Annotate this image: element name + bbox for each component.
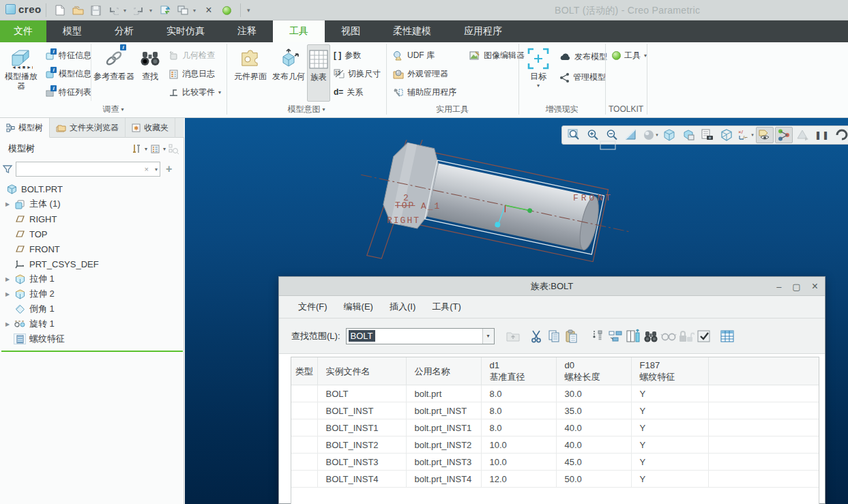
dialog-maximize-button[interactable]: ▢ <box>792 282 800 292</box>
table-row[interactable]: BOLT_INST2 bolt.prt_INST2 10.0 40.0 Y <box>291 436 819 454</box>
tab-analysis[interactable]: 分析 <box>98 20 150 42</box>
tree-settings-dropdown[interactable]: ▾ <box>145 146 147 152</box>
tree-filters-button[interactable] <box>150 144 160 154</box>
feature-list-button[interactable]: i 特征列表 <box>45 85 91 100</box>
model-info-button[interactable]: i 模型信息 <box>45 66 91 81</box>
find-instance-button[interactable] <box>642 327 660 345</box>
dialog-title-bar[interactable]: 族表:BOLT – ▢ × <box>279 277 825 296</box>
tree-item-front-plane[interactable]: FRONT <box>0 241 184 256</box>
shading-style-button[interactable]: ▾ <box>641 127 659 143</box>
display-style-button[interactable] <box>660 127 678 143</box>
manage-models-button[interactable]: 管理模型 <box>559 70 606 85</box>
table-row[interactable]: BOLT_INST4 bolt.prt_INST4 12.0 50.0 Y <box>291 471 819 488</box>
model-player-button[interactable]: ◄◄ ■ ►► 模型播放器 <box>1 44 41 102</box>
dialog-menu-insert[interactable]: 插入(I) <box>383 298 422 316</box>
udf-library-button[interactable]: UDF 库 <box>393 48 435 63</box>
group-label-investigate[interactable]: 调查▾ <box>0 102 226 116</box>
tree-item-top-plane[interactable]: TOP <box>0 226 184 241</box>
tab-tools[interactable]: 工具 <box>273 20 325 42</box>
filter-dropdown[interactable]: ▾ <box>155 166 158 173</box>
ar-target-button[interactable]: 目标 ▾ <box>521 44 555 102</box>
dialog-minimize-button[interactable]: – <box>776 282 781 292</box>
feature-info-button[interactable]: i 特征信息 <box>45 48 91 63</box>
datum-display-button[interactable]: ×//⌐▾ <box>737 127 755 143</box>
display-graph-button[interactable] <box>775 127 793 143</box>
tab-applications[interactable]: 应用程序 <box>448 20 518 42</box>
redo-dropdown[interactable]: ▾ <box>149 8 155 14</box>
customize-quickbar-dropdown[interactable]: ▾ <box>247 7 252 14</box>
publish-model-button[interactable]: 发布模型 <box>559 49 607 64</box>
table-row[interactable]: BOLT_INST1 bolt.prt_INST1 8.0 40.0 Y <box>291 419 819 436</box>
dialog-close-button[interactable]: × <box>812 280 818 293</box>
switch-dimensions-button[interactable]: 15 切换尺寸 <box>334 66 381 81</box>
cut-button[interactable] <box>527 327 545 345</box>
relations-button[interactable]: d= 关系 <box>334 85 363 100</box>
filter-add-button[interactable]: + <box>166 163 172 175</box>
group-label-model-intent[interactable]: 模型意图▾ <box>226 102 386 116</box>
save-button[interactable] <box>88 3 103 18</box>
filter-funnel-icon[interactable] <box>3 164 13 174</box>
tab-model-tree[interactable]: 模型树 <box>0 118 50 138</box>
table-display-button[interactable] <box>718 327 736 345</box>
tree-item-right-plane[interactable]: RIGHT <box>0 211 184 226</box>
component-interface-button[interactable]: 元件界面 <box>231 44 270 102</box>
perspective-button[interactable] <box>718 127 735 143</box>
reference-viewer-button[interactable]: i 参考查看器 <box>93 44 134 102</box>
image-editor-button[interactable]: 图像编辑器 <box>469 48 525 63</box>
tree-settings-button[interactable] <box>132 144 142 154</box>
new-file-button[interactable] <box>53 3 68 18</box>
dialog-menu-file[interactable]: 文件(F) <box>291 298 334 316</box>
open-file-button[interactable] <box>70 3 85 18</box>
toolkit-tools-button[interactable]: 工具 ▾ <box>612 48 647 63</box>
tab-model[interactable]: 模型 <box>46 20 98 42</box>
tree-item-chamfer-1[interactable]: 倒角 1 <box>0 301 184 316</box>
table-row[interactable]: BOLT bolt.prt 8.0 30.0 Y <box>291 385 819 402</box>
redo-button[interactable] <box>132 3 147 18</box>
tab-favorites[interactable]: ✱ 收藏夹 <box>126 118 175 138</box>
appearance-manager-button[interactable]: 外观管理器 <box>393 66 448 81</box>
close-window-button[interactable]: × <box>201 3 216 18</box>
message-log-button[interactable]: 消息日志 <box>169 66 215 81</box>
family-table[interactable]: 类型 实例文件名 公用名称 d1基准直径 d0螺栓长度 F187螺纹特征 BOL… <box>291 357 819 488</box>
annotation-display-button[interactable] <box>756 127 774 143</box>
regenerate-button[interactable] <box>158 3 173 18</box>
auxiliary-applications-button[interactable]: 辅助应用程序 <box>393 85 456 100</box>
tree-item-thread-feature[interactable]: 螺纹特征 <box>0 331 184 346</box>
tab-folder-browser[interactable]: 文件夹浏览器 <box>50 118 126 138</box>
tree-item-revolve-1[interactable]: ▶ 旋转 1 <box>0 316 184 331</box>
insert-row-pattern-button[interactable] <box>606 327 624 345</box>
family-table-button[interactable]: 族表 <box>307 44 330 102</box>
spin-center-button[interactable] <box>832 127 848 143</box>
find-scope-combobox[interactable]: BOLT ▾ <box>346 328 495 344</box>
tree-item-body[interactable]: ▶ 主体 (1) <box>0 196 184 211</box>
window-switch-button[interactable] <box>175 3 190 18</box>
tab-realtime-simulation[interactable]: 实时仿真 <box>150 20 221 42</box>
dialog-menu-edit[interactable]: 编辑(E) <box>337 298 380 316</box>
tab-view[interactable]: 视图 <box>325 20 377 42</box>
insert-column-button[interactable] <box>624 327 642 345</box>
table-row[interactable]: BOLT_INST bolt.prt_INST 8.0 35.0 Y <box>291 402 819 419</box>
pause-button[interactable]: ❚❚ <box>813 127 831 143</box>
tab-annotate[interactable]: 注释 <box>221 20 273 42</box>
verify-button[interactable] <box>695 327 713 345</box>
tree-item-csys[interactable]: PRT_CSYS_DEF <box>0 256 184 271</box>
window-dropdown[interactable]: ▾ <box>193 8 199 14</box>
tab-file[interactable]: 文件 <box>0 20 46 42</box>
tab-flexible-modeling[interactable]: 柔性建模 <box>377 20 448 42</box>
paste-button[interactable] <box>563 327 581 345</box>
compare-part-button[interactable]: 比较零件 ▾ <box>169 85 221 100</box>
undo-dropdown[interactable]: ▾ <box>123 8 129 14</box>
copy-button[interactable] <box>545 327 563 345</box>
find-button[interactable]: 查找 <box>135 44 165 102</box>
undo-button[interactable] <box>106 3 121 18</box>
tree-item-extrude-2[interactable]: ▶ 拉伸 2 <box>0 286 184 301</box>
insert-instance-button[interactable] <box>589 327 606 345</box>
saved-orientations-button[interactable] <box>679 127 697 143</box>
tree-item-extrude-1[interactable]: ▶ 拉伸 1 <box>0 271 184 286</box>
view-manager-button[interactable] <box>699 127 716 143</box>
table-row[interactable]: BOLT_INST3 bolt.prt_INST3 10.0 45.0 Y <box>291 454 819 471</box>
publish-geometry-button[interactable]: 发布几何 <box>271 44 306 102</box>
tree-search-button[interactable] <box>169 144 179 154</box>
tree-item-part[interactable]: BOLT.PRT <box>0 181 184 196</box>
tree-filters-dropdown[interactable]: ▾ <box>163 146 166 152</box>
